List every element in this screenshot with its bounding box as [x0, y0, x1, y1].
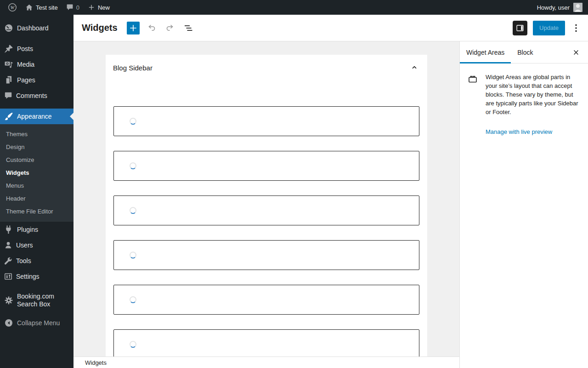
- sidebar-item-label: Settings: [16, 273, 41, 281]
- sidebar-item-label: Booking.com Search Box: [17, 293, 67, 308]
- plus-icon: [88, 4, 95, 11]
- comments-count: 0: [76, 4, 79, 11]
- submenu-label: Design: [6, 144, 24, 150]
- sidebar-item-label: Media: [17, 61, 36, 69]
- sidebar-item-plugins[interactable]: Plugins: [0, 222, 74, 237]
- close-settings-button[interactable]: [569, 45, 583, 60]
- breadcrumb-bar: Widgets: [74, 356, 459, 368]
- list-view-icon: [183, 23, 194, 34]
- admin-bar-account[interactable]: Howdy, user: [537, 3, 584, 12]
- menu-separator: [0, 284, 74, 289]
- comment-icon: [4, 92, 12, 100]
- wordpress-logo-menu[interactable]: W: [4, 0, 21, 15]
- collapse-menu-button[interactable]: Collapse Menu: [0, 315, 74, 331]
- editor-canvas: Blog Sidebar: [74, 41, 459, 356]
- sidebar-item-pages[interactable]: Pages: [0, 72, 74, 88]
- widget-area-header[interactable]: Blog Sidebar: [106, 55, 427, 80]
- comments-bubble-icon: [66, 4, 74, 11]
- loading-block: [113, 196, 419, 225]
- settings-sidebar: Widget Areas Block Widget Areas are glob…: [459, 41, 588, 368]
- settings-sidebar-toggle-button[interactable]: [513, 21, 527, 35]
- plus-icon: [129, 23, 138, 33]
- sidebar-item-comments[interactable]: Comments: [0, 88, 74, 104]
- sidebar-item-label: Comments: [16, 92, 49, 100]
- blocks-list: [106, 80, 427, 356]
- sidebar-item-label: Pages: [17, 76, 37, 84]
- sidebar-item-posts[interactable]: Posts: [0, 41, 74, 57]
- block-inserter-button[interactable]: [127, 22, 140, 34]
- undo-button[interactable]: [145, 22, 158, 34]
- widget-areas-description: Widget Areas are global parts in your si…: [486, 73, 581, 116]
- submenu-label: Customize: [6, 156, 34, 163]
- tab-widget-areas[interactable]: Widget Areas: [460, 41, 511, 63]
- user-avatar: [573, 3, 582, 12]
- sidebar-item-label: Dashboard: [17, 24, 51, 32]
- appearance-submenu: Themes Design Customize Widgets Menus He…: [0, 124, 74, 222]
- sidebar-item-users[interactable]: Users: [0, 237, 74, 253]
- collapse-widget-area-button[interactable]: [409, 62, 420, 73]
- close-icon: [572, 49, 580, 56]
- inspector-tabs: Widget Areas Block: [460, 41, 588, 63]
- sidebar-item-appearance[interactable]: Appearance: [0, 109, 74, 124]
- wordpress-logo-icon: W: [8, 3, 17, 12]
- submenu-label: Theme File Editor: [6, 208, 53, 215]
- sidebar-item-label: Users: [16, 242, 35, 249]
- submenu-item-header[interactable]: Header: [0, 192, 74, 205]
- sidebar-item-label: Posts: [17, 45, 35, 53]
- submenu-item-menus[interactable]: Menus: [0, 179, 74, 192]
- submenu-item-themes[interactable]: Themes: [0, 127, 74, 140]
- sidebar-item-dashboard[interactable]: Dashboard: [0, 20, 74, 36]
- howdy-greeting: Howdy, user: [537, 4, 570, 11]
- menu-separator: [0, 104, 74, 109]
- submenu-label: Header: [6, 195, 26, 202]
- list-view-button[interactable]: [182, 22, 195, 34]
- admin-bar-new-menu[interactable]: New: [84, 0, 114, 15]
- editor-header: Widgets: [74, 15, 588, 41]
- redo-icon: [164, 23, 175, 34]
- page-title: Widgets: [82, 23, 118, 33]
- sidebar-item-booking-search-box[interactable]: Booking.com Search Box: [0, 289, 74, 311]
- loading-spinner: [130, 207, 136, 214]
- sidebar-item-media[interactable]: Media: [0, 57, 74, 72]
- submenu-item-design[interactable]: Design: [0, 140, 74, 153]
- user-icon: [4, 241, 12, 249]
- loading-spinner: [130, 341, 136, 348]
- svg-text:W: W: [11, 5, 15, 10]
- undo-icon: [146, 23, 157, 34]
- loading-block: [113, 285, 419, 315]
- admin-bar-comments[interactable]: 0: [62, 0, 84, 15]
- submenu-item-widgets[interactable]: Widgets: [0, 166, 74, 179]
- admin-top-bar: W Test site 0 New Howdy, user: [0, 0, 588, 15]
- loading-spinner: [130, 252, 136, 259]
- pages-icon: [4, 75, 13, 85]
- media-icon: [4, 60, 13, 69]
- menu-separator: [0, 36, 74, 41]
- sidebar-item-label: Appearance: [17, 113, 54, 121]
- redo-button[interactable]: [164, 22, 176, 34]
- site-name: Test site: [36, 4, 58, 11]
- loading-spinner: [130, 162, 136, 169]
- current-menu-arrow: [70, 113, 74, 120]
- pushpin-icon: [4, 44, 13, 53]
- loading-spinner: [130, 296, 136, 303]
- sidebar-item-label: Plugins: [17, 226, 40, 234]
- submenu-item-theme-file-editor[interactable]: Theme File Editor: [0, 205, 74, 218]
- dashboard-icon: [4, 23, 13, 33]
- home-icon: [25, 4, 33, 12]
- admin-bar-site-link[interactable]: Test site: [21, 0, 62, 15]
- sidebar-panel-icon: [515, 23, 525, 33]
- sidebar-item-tools[interactable]: Tools: [0, 253, 74, 269]
- settings-sliders-icon: [4, 272, 12, 281]
- plugin-icon: [4, 225, 13, 234]
- new-label: New: [98, 4, 110, 11]
- update-button[interactable]: Update: [533, 21, 565, 35]
- loading-block: [113, 240, 419, 270]
- breadcrumb: Widgets: [85, 359, 107, 366]
- manage-live-preview-link[interactable]: Manage with live preview: [486, 128, 552, 135]
- options-menu-button[interactable]: [571, 21, 582, 35]
- widget-area-panel: Blog Sidebar: [106, 55, 427, 356]
- loading-block: [113, 106, 419, 136]
- tab-block[interactable]: Block: [511, 41, 539, 63]
- submenu-item-customize[interactable]: Customize: [0, 153, 74, 166]
- sidebar-item-settings[interactable]: Settings: [0, 269, 74, 284]
